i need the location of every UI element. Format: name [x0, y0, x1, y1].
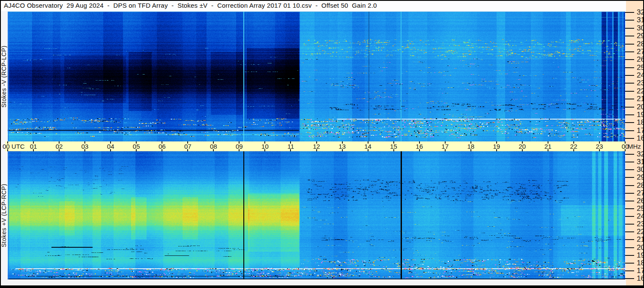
freq-tick-label: 16 — [637, 134, 643, 143]
freq-tick-mark — [625, 177, 634, 178]
freq-tick-label: 25 — [637, 204, 643, 213]
freq-tick-label: 24 — [637, 71, 643, 80]
freq-tick-mark — [625, 75, 634, 76]
freq-tick-mark — [625, 114, 634, 115]
freq-tick-mark — [625, 44, 634, 45]
freq-tick-label: 27 — [637, 189, 643, 197]
freq-tick-label: 22 — [637, 87, 643, 95]
freq-tick-label: 24 — [637, 212, 643, 221]
hour-tick-label: 00 UTC — [3, 143, 25, 150]
page-title: AJ4CO Observatory 29 Aug 2024 - DPS on T… — [4, 2, 377, 9]
freq-tick-label: 26 — [637, 55, 643, 64]
freq-tick-label: 18 — [637, 118, 643, 127]
freq-tick-mark — [625, 208, 634, 209]
freq-tick-mark — [625, 122, 634, 123]
freq-tick-label: 28 — [637, 181, 643, 189]
freq-tick-label: 27 — [637, 47, 643, 56]
freq-tick-label: 28 — [637, 39, 643, 48]
freq-tick-label: 25 — [637, 63, 643, 72]
hour-tick-label: 13 — [338, 143, 346, 150]
hour-tick-label: 03 — [81, 143, 89, 150]
freq-tick-mark — [625, 28, 634, 29]
freq-tick-mark — [625, 193, 634, 194]
freq-tick-mark — [625, 91, 634, 92]
freq-tick-mark — [625, 270, 634, 271]
freq-tick-label: 30 — [637, 165, 643, 174]
freq-tick-label: 30 — [637, 24, 643, 32]
freq-tick-label: 32 — [637, 8, 643, 17]
freq-tick-mark — [625, 20, 634, 21]
freq-tick-label: 17 — [637, 126, 643, 135]
ylabel-stokes-plus-v: Stokes +V (LCP-RCP) — [1, 151, 8, 279]
hour-tick-label: 23 — [596, 143, 603, 150]
hour-tick-label: 15 — [390, 143, 397, 150]
freq-tick-label: 21 — [637, 95, 643, 103]
freq-tick-label: 32 — [637, 150, 643, 159]
freq-tick-mark — [625, 263, 634, 264]
freq-tick-mark — [625, 224, 634, 225]
freq-tick-label: 20 — [637, 243, 643, 252]
hour-tick-label: 17 — [441, 143, 449, 150]
hour-tick-label: 02 — [56, 143, 63, 150]
hour-tick-label: 06 — [159, 143, 166, 150]
title-bar: AJ4CO Observatory 29 Aug 2024 - DPS on T… — [1, 1, 626, 11]
freq-tick-mark — [625, 216, 634, 217]
freq-tick-mark — [625, 231, 634, 232]
freq-tick-mark — [625, 138, 634, 139]
hour-tick-label: 08 — [210, 143, 217, 150]
mhz-unit-label: MHz — [628, 143, 641, 150]
freq-tick-mark — [625, 36, 634, 36]
freq-tick-mark — [625, 255, 634, 256]
freq-tick-label: 21 — [637, 235, 643, 244]
freq-tick-label: 26 — [637, 196, 643, 205]
freq-tick-mark — [625, 83, 634, 84]
time-axis: 00 UTC0102030405060708091011121314151617… — [5, 141, 626, 151]
hour-tick-label: 14 — [364, 143, 371, 150]
freq-tick-label: 31 — [637, 16, 643, 24]
freq-tick-label: 19 — [637, 251, 643, 259]
hour-tick-label: 18 — [467, 143, 474, 150]
freq-tick-label: 17 — [637, 266, 643, 275]
spectrogram-stokes-plus-v — [8, 151, 625, 279]
hour-tick-label: 04 — [107, 143, 114, 150]
freq-tick-label: 23 — [637, 79, 643, 87]
freq-tick-label: 23 — [637, 220, 643, 228]
freq-tick-mark — [625, 278, 634, 279]
app-window: AJ4CO Observatory 29 Aug 2024 - DPS on T… — [0, 0, 644, 288]
freq-tick-mark — [625, 99, 634, 99]
hour-tick-label: 22 — [570, 143, 578, 150]
freq-tick-mark — [625, 169, 634, 170]
hour-tick-label: 21 — [545, 143, 552, 150]
freq-tick-mark — [625, 51, 634, 52]
hour-tick-label: 10 — [261, 143, 269, 150]
freq-tick-label: 16 — [637, 274, 643, 283]
freq-tick-label: 29 — [637, 32, 643, 40]
hour-tick-label: 01 — [30, 143, 37, 150]
freq-tick-mark — [625, 107, 634, 108]
freq-tick-mark — [625, 162, 634, 162]
freq-tick-label: 22 — [637, 228, 643, 236]
freq-tick-mark — [625, 239, 634, 240]
ylabel-stokes-minus-v: Stokes -V (RCP-LCP) — [1, 12, 8, 141]
freq-tick-label: 20 — [637, 102, 643, 111]
freq-tick-mark — [625, 67, 634, 68]
freq-tick-mark — [625, 59, 634, 60]
freq-tick-label: 18 — [637, 258, 643, 267]
freq-tick-mark — [625, 12, 634, 13]
hour-tick-label: 07 — [184, 143, 192, 150]
spectrograph-page: AJ4CO Observatory 29 Aug 2024 - DPS on T… — [1, 1, 643, 285]
spectrogram-stokes-minus-v — [8, 12, 625, 141]
hour-tick-label: 09 — [236, 143, 243, 150]
hour-tick-label: 19 — [493, 143, 500, 150]
freq-tick-mark — [625, 130, 634, 131]
hour-tick-label: 05 — [133, 143, 140, 150]
freq-tick-label: 29 — [637, 173, 643, 182]
freq-tick-mark — [625, 247, 634, 248]
hour-tick-label: 20 — [518, 143, 526, 150]
freq-tick-label: 31 — [637, 158, 643, 166]
freq-tick-label: 19 — [637, 110, 643, 119]
freq-tick-mark — [625, 185, 634, 186]
hour-tick-label: 16 — [416, 143, 423, 150]
freq-tick-mark — [625, 201, 634, 201]
hour-tick-label: 12 — [313, 143, 320, 150]
